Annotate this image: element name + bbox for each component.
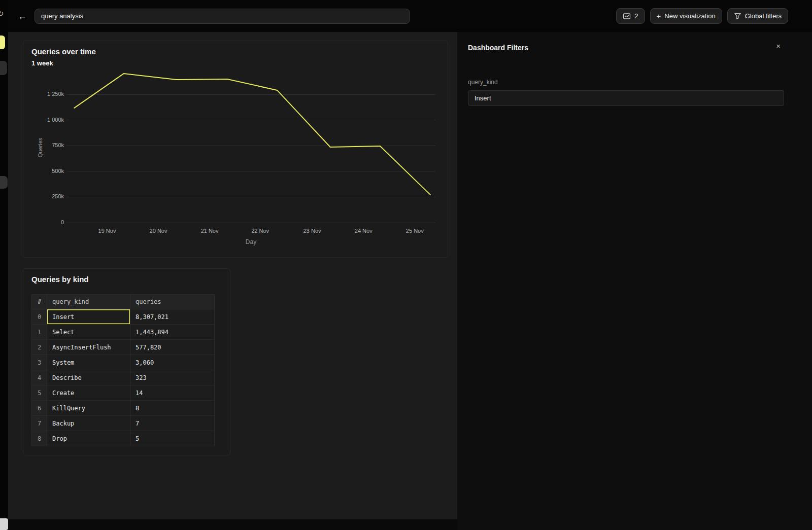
queries-cell[interactable]: 323: [130, 370, 215, 385]
queries-cell[interactable]: 577,820: [130, 340, 215, 355]
queries-cell[interactable]: 8: [130, 401, 215, 416]
column-header-query_kind[interactable]: query_kind: [47, 295, 130, 309]
table-header-row: #query_kindqueries: [32, 295, 215, 309]
line-chart-svg: [66, 66, 435, 224]
queries-cell[interactable]: 7: [130, 416, 215, 431]
queries-by-kind-table: #query_kindqueries 0Insert8,307,0211Sele…: [31, 294, 215, 446]
table-title: Queries by kind: [31, 275, 89, 284]
queries-cell[interactable]: 14: [130, 385, 215, 401]
app-root: ↻ ← 2 + New visualization: [0, 0, 812, 530]
table-row: 6KillQuery8: [32, 401, 215, 416]
query-kind-filter-input[interactable]: [468, 90, 784, 106]
table-row: 1Select1,443,894: [32, 325, 215, 340]
visualization-count-button[interactable]: 2: [616, 8, 645, 24]
left-sidebar: ↻: [0, 0, 8, 530]
line-chart-plot[interactable]: [66, 66, 435, 224]
table-row: 0Insert8,307,021: [32, 309, 215, 325]
row-index-cell: 3: [32, 355, 47, 370]
dashboard-filters-panel: Dashboard Filters × query_kind: [457, 32, 812, 530]
main-content: Queries over time 1 week Queries 0250k50…: [8, 32, 457, 519]
sidebar-item-active[interactable]: [0, 36, 5, 49]
row-index-cell: 7: [32, 416, 47, 431]
x-tick-labels: 19 Nov20 Nov21 Nov22 Nov23 Nov24 Nov25 N…: [66, 228, 435, 236]
queries-cell[interactable]: 3,060: [130, 355, 215, 370]
x-tick-label: 20 Nov: [150, 228, 167, 234]
chart-panel: Queries over time 1 week Queries 0250k50…: [23, 41, 448, 258]
y-tick-label: 500k: [52, 168, 64, 174]
queries-cell[interactable]: 8,307,021: [130, 309, 215, 325]
row-index-cell: 6: [32, 401, 47, 416]
table-row: 2AsyncInsertFlush577,820: [32, 340, 215, 355]
column-header-index[interactable]: #: [32, 295, 47, 309]
queries-cell[interactable]: 1,443,894: [130, 325, 215, 340]
top-bar: ← 2 + New visualization: [8, 0, 812, 32]
close-icon[interactable]: ×: [776, 42, 781, 50]
row-index-cell: 8: [32, 431, 47, 446]
global-filters-button[interactable]: Global filters: [727, 8, 788, 24]
row-index-cell: 4: [32, 370, 47, 385]
new-visualization-button[interactable]: + New visualization: [650, 8, 722, 24]
y-tick-label: 750k: [52, 142, 64, 148]
query-kind-cell[interactable]: Backup: [47, 416, 130, 431]
panels-icon: [623, 12, 631, 20]
queries-line-series: [74, 74, 430, 195]
x-tick-label: 23 Nov: [303, 228, 321, 234]
table-row: 7Backup7: [32, 416, 215, 431]
visualization-count-label: 2: [634, 12, 638, 20]
refresh-icon[interactable]: ↻: [0, 9, 4, 18]
new-visualization-label: New visualization: [664, 12, 715, 20]
funnel-icon: [734, 12, 741, 20]
chart-subtitle: 1 week: [31, 59, 53, 67]
query-kind-cell[interactable]: Insert: [47, 309, 130, 325]
y-tick-label: 0: [61, 219, 64, 225]
y-tick-label: 1 000k: [47, 117, 64, 123]
x-tick-label: 22 Nov: [251, 228, 269, 234]
table-row: 4Describe323: [32, 370, 215, 385]
x-tick-label: 19 Nov: [98, 228, 116, 234]
x-tick-label: 24 Nov: [355, 228, 373, 234]
query-kind-cell[interactable]: AsyncInsertFlush: [47, 340, 130, 355]
queries-cell[interactable]: 5: [130, 431, 215, 446]
x-axis-label: Day: [66, 238, 435, 245]
query-kind-cell[interactable]: Describe: [47, 370, 130, 385]
y-tick-label: 1 250k: [47, 91, 64, 97]
x-tick-label: 25 Nov: [406, 228, 424, 234]
dashboard-title-input[interactable]: [35, 9, 410, 24]
filter-field-label: query_kind: [468, 79, 498, 86]
table-panel: Queries by kind #query_kindqueries 0Inse…: [23, 268, 230, 455]
table-row: 5Create14: [32, 385, 215, 401]
row-index-cell: 5: [32, 385, 47, 401]
sidebar-item[interactable]: [0, 176, 8, 189]
query-kind-cell[interactable]: Select: [47, 325, 130, 340]
y-tick-labels: 0250k500k750k1 000k1 250k: [23, 66, 64, 224]
query-kind-cell[interactable]: System: [47, 355, 130, 370]
column-header-queries[interactable]: queries: [130, 295, 215, 309]
global-filters-label: Global filters: [745, 12, 782, 20]
y-tick-label: 250k: [52, 193, 64, 199]
filters-panel-title: Dashboard Filters: [468, 44, 528, 52]
query-kind-cell[interactable]: Create: [47, 385, 130, 401]
sidebar-bottom-handle[interactable]: [0, 518, 8, 530]
row-index-cell: 2: [32, 340, 47, 355]
query-kind-cell[interactable]: Drop: [47, 431, 130, 446]
row-index-cell: 1: [32, 325, 47, 340]
x-tick-label: 21 Nov: [201, 228, 219, 234]
sidebar-item[interactable]: [0, 61, 7, 75]
table-row: 8Drop5: [32, 431, 215, 446]
chart-title: Queries over time: [31, 47, 96, 56]
plus-icon: +: [657, 12, 661, 20]
table-row: 3System3,060: [32, 355, 215, 370]
back-button[interactable]: ←: [16, 12, 28, 21]
query-kind-cell[interactable]: KillQuery: [47, 401, 130, 416]
row-index-cell: 0: [32, 309, 47, 325]
